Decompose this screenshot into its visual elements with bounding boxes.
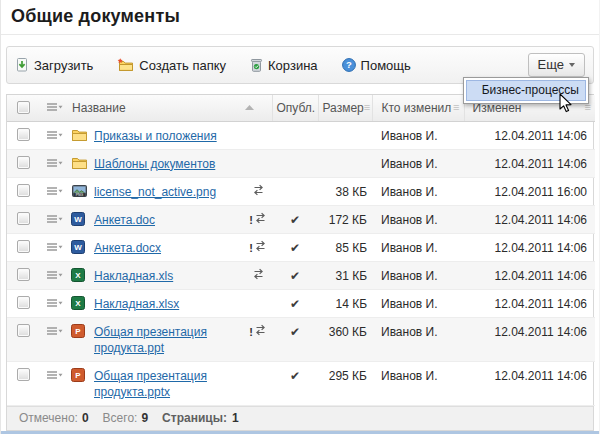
row-checkbox[interactable] [17, 156, 30, 169]
column-header-modified-by[interactable]: Кто изменил ≡ [372, 95, 464, 121]
row-menu-button[interactable] [46, 326, 63, 336]
title-separator [1, 34, 599, 35]
folder-link[interactable]: Приказы и положения [94, 129, 217, 143]
column-header-name[interactable]: Название [68, 95, 272, 121]
column-menu-icon[interactable]: ≡ [364, 102, 370, 113]
row-menu-button[interactable] [46, 298, 63, 308]
published-cell: ✔ [272, 261, 318, 289]
toolbar-button-help[interactable]: ?Помощь [342, 58, 411, 73]
published-cell: ✔ [272, 317, 318, 361]
ppt-icon: P [71, 368, 85, 386]
published-cell [272, 121, 318, 149]
marked-label: Отмечено: [19, 411, 78, 425]
svg-text:W: W [74, 243, 82, 252]
row-menu-button[interactable] [46, 158, 63, 168]
workflow-status-cell [244, 361, 272, 405]
modified-date: 12.04.2011 14:06 [464, 289, 595, 317]
file-link[interactable]: Анкета.docx [94, 241, 161, 255]
row-checkbox[interactable] [17, 268, 30, 281]
modified-by: Иванов И. [372, 233, 464, 261]
svg-text:P: P [75, 327, 81, 336]
more-button[interactable]: Еще [528, 53, 585, 77]
table-row: PОбщая презентация продукта.pptx✔295 КБИ… [7, 361, 595, 405]
modified-by: Иванов И. [372, 121, 464, 149]
table-row: WАнкета.doc!✔172 КБИванов И.12.04.2011 1… [7, 205, 595, 233]
folder-icon [71, 156, 88, 174]
published-check-icon: ✔ [290, 325, 300, 339]
table-row: Шаблоны документовИванов И.12.04.2011 14… [7, 149, 595, 177]
row-checkbox[interactable] [17, 368, 30, 381]
row-menu-button[interactable] [46, 242, 63, 252]
table-row: XНакладная.xls✔31 КБИванов И.12.04.2011 … [7, 261, 595, 289]
more-button-label: Еще [538, 57, 564, 72]
page-title: Общие документы [11, 6, 599, 27]
xls-icon: X [71, 268, 85, 286]
column-modified-by-label: Кто изменил [382, 101, 452, 115]
modified-by: Иванов И. [372, 361, 464, 405]
toolbar-button-label: Помощь [361, 58, 411, 73]
table-row: PОбщая презентация продукта.ppt!✔360 КБИ… [7, 317, 595, 361]
file-link[interactable]: Накладная.xls [94, 269, 173, 283]
rows-menu-header [40, 95, 68, 121]
workflow-status-cell [244, 149, 272, 177]
toolbar-button-create-folder[interactable]: Создать папку [117, 58, 226, 73]
column-menu-icon[interactable]: ≡ [453, 102, 459, 113]
select-all-checkbox[interactable] [17, 101, 30, 114]
svg-text:X: X [75, 271, 81, 280]
help-icon: ? [342, 58, 356, 72]
marked-value: 0 [82, 411, 89, 425]
toolbar-button-upload[interactable]: Загрузить [15, 58, 93, 73]
table-row: Приказы и положенияИванов И.12.04.2011 1… [7, 121, 595, 149]
column-header-size[interactable]: Размер ≡ [318, 95, 372, 121]
row-checkbox[interactable] [17, 212, 30, 225]
new-folder-icon [117, 58, 134, 72]
upload-icon [15, 58, 29, 72]
file-link[interactable]: Накладная.xlsx [94, 297, 179, 311]
toolbar-button-label: Загрузить [34, 58, 93, 73]
file-link[interactable]: Общая презентация продукта.ppt [94, 325, 207, 355]
more-dropdown-menu: Бизнес-процессы [463, 77, 589, 104]
folder-link[interactable]: Шаблоны документов [94, 157, 215, 171]
row-menu-button[interactable] [46, 186, 63, 196]
modified-date: 12.04.2011 14:06 [464, 205, 595, 233]
row-menu-button[interactable] [46, 130, 63, 140]
row-checkbox[interactable] [17, 324, 30, 337]
row-menu-button[interactable] [46, 370, 63, 380]
published-check-icon: ✔ [290, 241, 300, 255]
burger-icon [46, 102, 63, 112]
workflow-status-cell: ! [244, 205, 272, 233]
documents-grid: Название Опубл. Размер [6, 94, 594, 431]
row-checkbox[interactable] [17, 184, 30, 197]
file-link[interactable]: Общая презентация продукта.pptx [94, 369, 207, 399]
row-checkbox[interactable] [17, 240, 30, 253]
doc-icon: W [71, 212, 85, 230]
modified-date: 12.04.2011 14:06 [464, 261, 595, 289]
published-cell [272, 177, 318, 205]
table-row: WАнкета.docx!✔85 КБИванов И.12.04.2011 1… [7, 233, 595, 261]
rows-menu-button[interactable] [46, 102, 63, 112]
file-link[interactable]: Анкета.doc [94, 213, 155, 227]
workflow-sync-icon [254, 241, 267, 255]
documents-table: Название Опубл. Размер [7, 95, 595, 406]
row-checkbox[interactable] [17, 128, 30, 141]
svg-text:PNG: PNG [76, 192, 84, 196]
file-size: 360 КБ [318, 317, 372, 361]
table-row: XНакладная.xlsx✔14 КБИванов И.12.04.2011… [7, 289, 595, 317]
workflow-status-cell [244, 177, 272, 205]
modified-date: 12.04.2011 14:06 [464, 149, 595, 177]
published-check-icon: ✔ [290, 297, 300, 311]
row-menu-button[interactable] [46, 270, 63, 280]
toolbar-button-label: Создать папку [139, 58, 226, 73]
toolbar-button-trash[interactable]: Корзина [250, 58, 318, 73]
row-checkbox[interactable] [17, 296, 30, 309]
workflow-sync-icon [254, 213, 267, 227]
modified-date: 12.04.2011 14:06 [464, 361, 595, 405]
menu-item-business-processes[interactable]: Бизнес-процессы [466, 80, 586, 101]
workflow-sync-icon [252, 185, 265, 199]
column-header-published[interactable]: Опубл. [272, 95, 318, 121]
file-link[interactable]: license_not_active.png [94, 185, 216, 199]
pages-label: Страницы: [162, 411, 227, 425]
row-menu-button[interactable] [46, 214, 63, 224]
alert-exclamation-icon: ! [249, 242, 253, 254]
column-size-label: Размер [323, 101, 364, 115]
